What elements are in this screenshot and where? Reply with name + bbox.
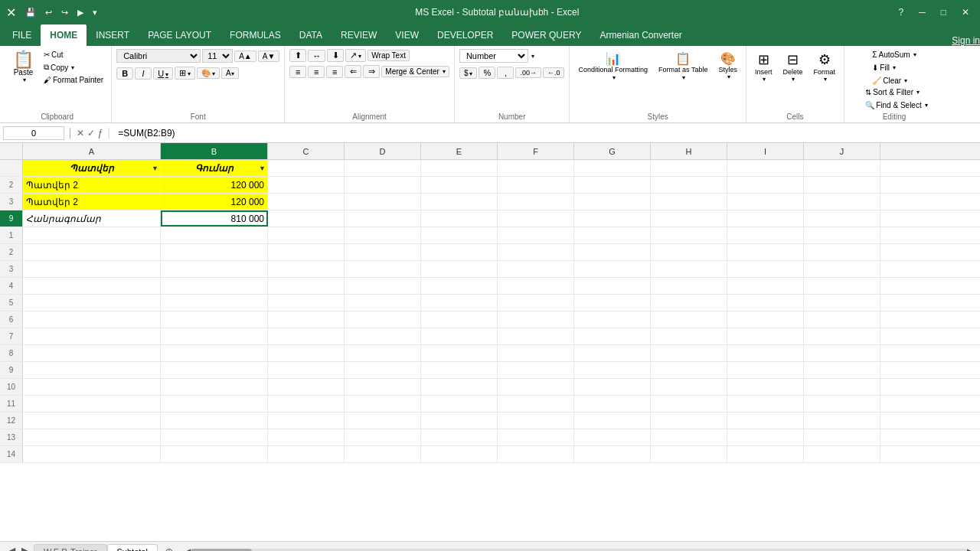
- empty-cell-13-1[interactable]: [161, 429, 268, 445]
- font-color-button[interactable]: A▾: [221, 67, 239, 79]
- row-num-empty-8[interactable]: 8: [0, 345, 23, 361]
- horizontal-scrollbar[interactable]: [191, 549, 967, 552]
- increase-indent-button[interactable]: ⇒: [363, 65, 380, 78]
- comma-button[interactable]: ,: [497, 67, 514, 79]
- formula-input[interactable]: [115, 126, 977, 140]
- col-header-I[interactable]: I: [727, 143, 804, 159]
- cell-F2[interactable]: [498, 177, 574, 193]
- cell-C3[interactable]: [268, 194, 345, 210]
- cell-B2[interactable]: 120 000: [161, 177, 268, 193]
- empty-cell-14-4[interactable]: [421, 446, 498, 462]
- cell-H9[interactable]: [651, 210, 727, 227]
- empty-cell-2-7[interactable]: [651, 244, 727, 260]
- cell-A1[interactable]: Պատվեր ▼: [23, 160, 161, 176]
- cell-C2[interactable]: [268, 177, 345, 193]
- italic-button[interactable]: I: [135, 67, 152, 80]
- row-num-empty-1[interactable]: 1: [0, 227, 23, 243]
- empty-cell-12-6[interactable]: [574, 412, 651, 429]
- row-num-empty-3[interactable]: 3: [0, 261, 23, 277]
- empty-cell-2-4[interactable]: [421, 244, 498, 260]
- empty-cell-13-4[interactable]: [421, 429, 498, 445]
- font-selector[interactable]: Calibri: [116, 49, 201, 63]
- cell-E9[interactable]: [421, 210, 498, 227]
- row-num-empty-4[interactable]: 4: [0, 278, 23, 294]
- cell-F1[interactable]: [498, 160, 574, 176]
- empty-cell-8-1[interactable]: [161, 345, 268, 361]
- empty-cell-12-8[interactable]: [727, 412, 804, 429]
- empty-cell-6-6[interactable]: [574, 311, 651, 328]
- empty-cell-4-0[interactable]: [23, 278, 161, 294]
- cell-J9[interactable]: [804, 210, 880, 227]
- empty-cell-3-2[interactable]: [268, 261, 345, 277]
- conditional-formatting-button[interactable]: 📊 Conditional Formatting ▾: [574, 49, 652, 83]
- cell-H1[interactable]: [651, 160, 727, 176]
- cell-styles-button[interactable]: 🎨 Styles ▾: [714, 49, 741, 83]
- empty-cell-6-1[interactable]: [161, 311, 268, 328]
- empty-cell-9-1[interactable]: [161, 362, 268, 378]
- empty-cell-9-4[interactable]: [421, 362, 498, 378]
- empty-cell-3-9[interactable]: [804, 261, 880, 277]
- font-shrink-button[interactable]: A▼: [258, 51, 280, 62]
- merge-center-arrow[interactable]: ▾: [443, 68, 446, 75]
- empty-cell-11-7[interactable]: [651, 396, 727, 412]
- col-header-B[interactable]: B: [161, 143, 268, 159]
- empty-cell-8-9[interactable]: [804, 345, 880, 361]
- clear-button[interactable]: 🧹 Clear ▾: [869, 75, 910, 86]
- cell-D1[interactable]: [345, 160, 421, 176]
- col-header-D[interactable]: D: [345, 143, 421, 159]
- number-format-arrow[interactable]: ▾: [531, 53, 534, 60]
- cell-G2[interactable]: [574, 177, 651, 193]
- tab-view[interactable]: VIEW: [386, 24, 428, 46]
- tab-review[interactable]: REVIEW: [332, 24, 386, 46]
- add-sheet-button[interactable]: ⊕: [158, 543, 181, 552]
- empty-cell-13-2[interactable]: [268, 429, 345, 445]
- qa-redo[interactable]: ↪: [58, 6, 71, 19]
- align-right-button[interactable]: ≡: [326, 66, 343, 78]
- row-num-empty-5[interactable]: 5: [0, 295, 23, 311]
- empty-cell-2-1[interactable]: [161, 244, 268, 260]
- empty-cell-9-3[interactable]: [345, 362, 421, 378]
- close-button[interactable]: ✕: [957, 5, 974, 19]
- cell-H3[interactable]: [651, 194, 727, 210]
- empty-cell-5-8[interactable]: [727, 295, 804, 311]
- empty-cell-1-5[interactable]: [498, 227, 574, 243]
- empty-cell-2-6[interactable]: [574, 244, 651, 260]
- name-box[interactable]: [3, 126, 64, 140]
- tab-power-query[interactable]: POWER QUERY: [502, 24, 590, 46]
- cell-B3[interactable]: 120 000: [161, 194, 268, 210]
- empty-cell-13-3[interactable]: [345, 429, 421, 445]
- empty-cell-7-8[interactable]: [727, 328, 804, 344]
- empty-cell-12-3[interactable]: [345, 412, 421, 429]
- restore-button[interactable]: □: [936, 5, 951, 19]
- empty-cell-12-0[interactable]: [23, 412, 161, 429]
- find-select-button[interactable]: 🔍 Find & Select ▾: [862, 99, 930, 111]
- insert-arrow[interactable]: ▾: [763, 76, 766, 83]
- row-num-empty-12[interactable]: 12: [0, 412, 23, 429]
- empty-cell-14-9[interactable]: [804, 446, 880, 462]
- empty-cell-9-7[interactable]: [651, 362, 727, 378]
- empty-cell-4-8[interactable]: [727, 278, 804, 294]
- empty-cell-8-2[interactable]: [268, 345, 345, 361]
- empty-cell-7-9[interactable]: [804, 328, 880, 344]
- autosum-button[interactable]: Σ AutoSum ▾: [869, 49, 919, 60]
- delete-arrow[interactable]: ▾: [792, 76, 795, 83]
- empty-cell-10-5[interactable]: [498, 379, 574, 395]
- empty-cell-14-5[interactable]: [498, 446, 574, 462]
- qa-customize[interactable]: ▾: [90, 6, 100, 19]
- cell-A9[interactable]: Հանրագումար: [23, 210, 161, 227]
- bold-button[interactable]: B: [116, 67, 133, 80]
- empty-cell-3-0[interactable]: [23, 261, 161, 277]
- empty-cell-12-9[interactable]: [804, 412, 880, 429]
- empty-cell-13-8[interactable]: [727, 429, 804, 445]
- font-grow-button[interactable]: A▲: [234, 51, 256, 62]
- cell-D3[interactable]: [345, 194, 421, 210]
- empty-cell-10-6[interactable]: [574, 379, 651, 395]
- qa-undo[interactable]: ↩: [42, 6, 55, 19]
- percent-button[interactable]: %: [479, 67, 495, 79]
- row-num-empty-11[interactable]: 11: [0, 396, 23, 412]
- increase-decimal-button[interactable]: ←.0: [543, 67, 565, 78]
- empty-cell-1-8[interactable]: [727, 227, 804, 243]
- tab-page-layout[interactable]: PAGE LAYOUT: [139, 24, 220, 46]
- tab-insert[interactable]: INSERT: [87, 24, 139, 46]
- empty-cell-11-4[interactable]: [421, 396, 498, 412]
